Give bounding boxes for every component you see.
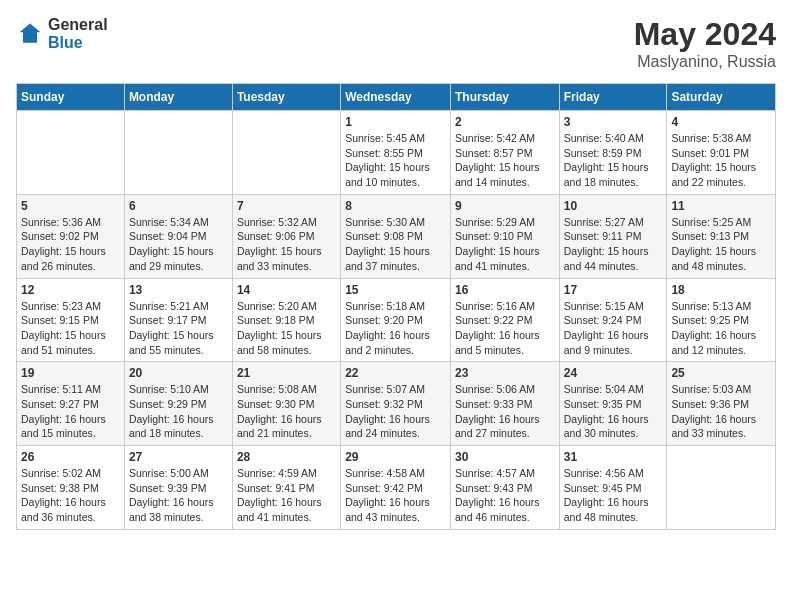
day-info: Sunrise: 5:04 AM Sunset: 9:35 PM Dayligh… xyxy=(564,382,663,441)
day-info: Sunrise: 5:27 AM Sunset: 9:11 PM Dayligh… xyxy=(564,215,663,274)
day-number: 16 xyxy=(455,283,555,297)
week-row-2: 5Sunrise: 5:36 AM Sunset: 9:02 PM Daylig… xyxy=(17,194,776,278)
day-info: Sunrise: 4:59 AM Sunset: 9:41 PM Dayligh… xyxy=(237,466,336,525)
logo: General Blue xyxy=(16,16,108,51)
day-info: Sunrise: 5:45 AM Sunset: 8:55 PM Dayligh… xyxy=(345,131,446,190)
day-number: 25 xyxy=(671,366,771,380)
day-number: 17 xyxy=(564,283,663,297)
calendar-cell: 8Sunrise: 5:30 AM Sunset: 9:08 PM Daylig… xyxy=(341,194,451,278)
calendar-cell: 3Sunrise: 5:40 AM Sunset: 8:59 PM Daylig… xyxy=(559,111,667,195)
weekday-row: SundayMondayTuesdayWednesdayThursdayFrid… xyxy=(17,84,776,111)
calendar-cell: 23Sunrise: 5:06 AM Sunset: 9:33 PM Dayli… xyxy=(450,362,559,446)
day-number: 28 xyxy=(237,450,336,464)
month-year-title: May 2024 xyxy=(634,16,776,53)
logo-blue-text: Blue xyxy=(48,34,108,52)
calendar-cell: 29Sunrise: 4:58 AM Sunset: 9:42 PM Dayli… xyxy=(341,446,451,530)
day-number: 1 xyxy=(345,115,446,129)
calendar-cell: 11Sunrise: 5:25 AM Sunset: 9:13 PM Dayli… xyxy=(667,194,776,278)
calendar-cell: 14Sunrise: 5:20 AM Sunset: 9:18 PM Dayli… xyxy=(232,278,340,362)
day-info: Sunrise: 5:02 AM Sunset: 9:38 PM Dayligh… xyxy=(21,466,120,525)
day-info: Sunrise: 5:36 AM Sunset: 9:02 PM Dayligh… xyxy=(21,215,120,274)
day-info: Sunrise: 5:42 AM Sunset: 8:57 PM Dayligh… xyxy=(455,131,555,190)
day-number: 29 xyxy=(345,450,446,464)
day-number: 30 xyxy=(455,450,555,464)
day-info: Sunrise: 5:32 AM Sunset: 9:06 PM Dayligh… xyxy=(237,215,336,274)
day-info: Sunrise: 5:13 AM Sunset: 9:25 PM Dayligh… xyxy=(671,299,771,358)
day-info: Sunrise: 5:08 AM Sunset: 9:30 PM Dayligh… xyxy=(237,382,336,441)
day-number: 6 xyxy=(129,199,228,213)
calendar-cell: 12Sunrise: 5:23 AM Sunset: 9:15 PM Dayli… xyxy=(17,278,125,362)
calendar-cell xyxy=(667,446,776,530)
calendar-cell xyxy=(124,111,232,195)
day-number: 11 xyxy=(671,199,771,213)
calendar-cell: 2Sunrise: 5:42 AM Sunset: 8:57 PM Daylig… xyxy=(450,111,559,195)
calendar-cell: 19Sunrise: 5:11 AM Sunset: 9:27 PM Dayli… xyxy=(17,362,125,446)
logo-general-text: General xyxy=(48,16,108,34)
day-number: 24 xyxy=(564,366,663,380)
calendar-cell: 15Sunrise: 5:18 AM Sunset: 9:20 PM Dayli… xyxy=(341,278,451,362)
day-info: Sunrise: 5:11 AM Sunset: 9:27 PM Dayligh… xyxy=(21,382,120,441)
day-number: 14 xyxy=(237,283,336,297)
week-row-4: 19Sunrise: 5:11 AM Sunset: 9:27 PM Dayli… xyxy=(17,362,776,446)
day-info: Sunrise: 5:20 AM Sunset: 9:18 PM Dayligh… xyxy=(237,299,336,358)
calendar-cell: 31Sunrise: 4:56 AM Sunset: 9:45 PM Dayli… xyxy=(559,446,667,530)
day-number: 22 xyxy=(345,366,446,380)
day-info: Sunrise: 5:07 AM Sunset: 9:32 PM Dayligh… xyxy=(345,382,446,441)
calendar-cell: 25Sunrise: 5:03 AM Sunset: 9:36 PM Dayli… xyxy=(667,362,776,446)
weekday-header-tuesday: Tuesday xyxy=(232,84,340,111)
calendar-cell: 13Sunrise: 5:21 AM Sunset: 9:17 PM Dayli… xyxy=(124,278,232,362)
day-number: 10 xyxy=(564,199,663,213)
day-info: Sunrise: 5:34 AM Sunset: 9:04 PM Dayligh… xyxy=(129,215,228,274)
calendar-cell: 1Sunrise: 5:45 AM Sunset: 8:55 PM Daylig… xyxy=(341,111,451,195)
calendar-cell: 30Sunrise: 4:57 AM Sunset: 9:43 PM Dayli… xyxy=(450,446,559,530)
weekday-header-friday: Friday xyxy=(559,84,667,111)
location-subtitle: Maslyanino, Russia xyxy=(634,53,776,71)
calendar-cell: 17Sunrise: 5:15 AM Sunset: 9:24 PM Dayli… xyxy=(559,278,667,362)
calendar-body: 1Sunrise: 5:45 AM Sunset: 8:55 PM Daylig… xyxy=(17,111,776,530)
day-number: 18 xyxy=(671,283,771,297)
day-number: 20 xyxy=(129,366,228,380)
week-row-3: 12Sunrise: 5:23 AM Sunset: 9:15 PM Dayli… xyxy=(17,278,776,362)
calendar-cell: 22Sunrise: 5:07 AM Sunset: 9:32 PM Dayli… xyxy=(341,362,451,446)
day-number: 21 xyxy=(237,366,336,380)
calendar-cell: 18Sunrise: 5:13 AM Sunset: 9:25 PM Dayli… xyxy=(667,278,776,362)
day-number: 26 xyxy=(21,450,120,464)
calendar-cell: 21Sunrise: 5:08 AM Sunset: 9:30 PM Dayli… xyxy=(232,362,340,446)
day-info: Sunrise: 5:16 AM Sunset: 9:22 PM Dayligh… xyxy=(455,299,555,358)
svg-marker-0 xyxy=(20,23,41,42)
day-info: Sunrise: 5:30 AM Sunset: 9:08 PM Dayligh… xyxy=(345,215,446,274)
day-number: 3 xyxy=(564,115,663,129)
day-info: Sunrise: 4:57 AM Sunset: 9:43 PM Dayligh… xyxy=(455,466,555,525)
day-number: 13 xyxy=(129,283,228,297)
logo-text: General Blue xyxy=(48,16,108,51)
day-number: 31 xyxy=(564,450,663,464)
day-info: Sunrise: 5:25 AM Sunset: 9:13 PM Dayligh… xyxy=(671,215,771,274)
day-info: Sunrise: 5:03 AM Sunset: 9:36 PM Dayligh… xyxy=(671,382,771,441)
calendar-cell xyxy=(232,111,340,195)
calendar-cell: 9Sunrise: 5:29 AM Sunset: 9:10 PM Daylig… xyxy=(450,194,559,278)
day-number: 9 xyxy=(455,199,555,213)
calendar-cell: 5Sunrise: 5:36 AM Sunset: 9:02 PM Daylig… xyxy=(17,194,125,278)
calendar-cell: 7Sunrise: 5:32 AM Sunset: 9:06 PM Daylig… xyxy=(232,194,340,278)
day-info: Sunrise: 5:00 AM Sunset: 9:39 PM Dayligh… xyxy=(129,466,228,525)
calendar-cell: 28Sunrise: 4:59 AM Sunset: 9:41 PM Dayli… xyxy=(232,446,340,530)
day-number: 5 xyxy=(21,199,120,213)
day-number: 7 xyxy=(237,199,336,213)
day-number: 4 xyxy=(671,115,771,129)
day-info: Sunrise: 5:29 AM Sunset: 9:10 PM Dayligh… xyxy=(455,215,555,274)
day-number: 19 xyxy=(21,366,120,380)
day-number: 27 xyxy=(129,450,228,464)
day-info: Sunrise: 5:38 AM Sunset: 9:01 PM Dayligh… xyxy=(671,131,771,190)
weekday-header-saturday: Saturday xyxy=(667,84,776,111)
day-info: Sunrise: 5:10 AM Sunset: 9:29 PM Dayligh… xyxy=(129,382,228,441)
calendar-cell: 24Sunrise: 5:04 AM Sunset: 9:35 PM Dayli… xyxy=(559,362,667,446)
day-number: 15 xyxy=(345,283,446,297)
calendar-cell: 26Sunrise: 5:02 AM Sunset: 9:38 PM Dayli… xyxy=(17,446,125,530)
day-number: 12 xyxy=(21,283,120,297)
calendar-cell: 6Sunrise: 5:34 AM Sunset: 9:04 PM Daylig… xyxy=(124,194,232,278)
title-block: May 2024 Maslyanino, Russia xyxy=(634,16,776,71)
day-number: 2 xyxy=(455,115,555,129)
page-header: General Blue May 2024 Maslyanino, Russia xyxy=(16,16,776,71)
day-number: 8 xyxy=(345,199,446,213)
logo-icon xyxy=(16,20,44,48)
